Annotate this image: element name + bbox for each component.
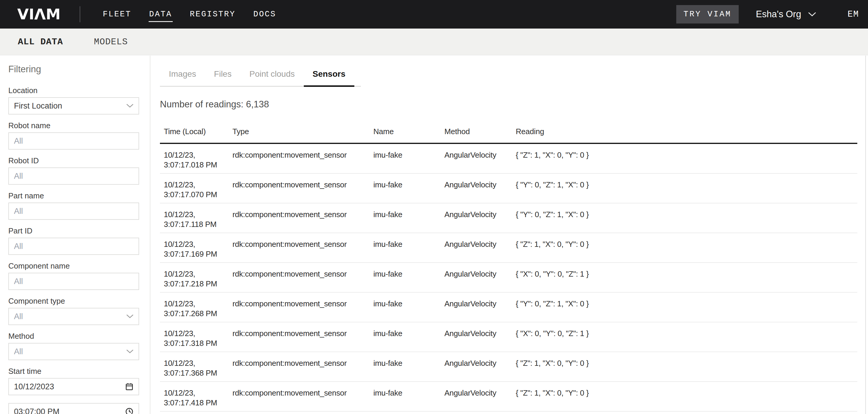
cell-method: AngularVelocity — [444, 210, 516, 229]
tab-point-clouds[interactable]: Point clouds — [241, 69, 304, 86]
viam-logo[interactable]: VIΛM — [17, 6, 61, 23]
cell-name: imu-fake — [373, 388, 444, 408]
filtering-sidebar: Filtering Location First Location Robot … — [0, 56, 150, 414]
scrollbar-track[interactable] — [865, 56, 866, 414]
component-type-select[interactable]: All — [8, 308, 139, 325]
part-name-label: Part name — [8, 191, 139, 200]
start-date-input[interactable]: 10/12/2023 — [8, 378, 139, 395]
org-name: Esha's Org — [756, 9, 801, 20]
cell-name: imu-fake — [373, 269, 444, 289]
topbar-right-group: TRY VIAM Esha's Org EM — [676, 5, 859, 24]
chevron-down-icon — [126, 104, 133, 108]
cell-type: rdk:component:movement_sensor — [232, 180, 373, 200]
robot-id-input[interactable] — [8, 168, 139, 185]
column-header-name: Name — [373, 127, 444, 136]
cell-name: imu-fake — [373, 150, 444, 170]
cell-method: AngularVelocity — [444, 180, 516, 200]
tab-files[interactable]: Files — [205, 69, 241, 86]
cell-reading: { "Y": 0, "Z": 1, "X": 0 } — [516, 210, 857, 229]
cell-type: rdk:component:movement_sensor — [232, 269, 373, 289]
nav-item-data[interactable]: DATA — [149, 7, 173, 22]
nav-item-registry[interactable]: REGISTRY — [189, 7, 236, 22]
cell-type: rdk:component:movement_sensor — [232, 150, 373, 170]
chevron-down-icon — [808, 12, 816, 17]
chevron-down-icon — [126, 314, 133, 319]
try-viam-button[interactable]: TRY VIAM — [676, 5, 739, 24]
table-row[interactable]: 10/12/23, 3:07:17.018 PM rdk:component:m… — [160, 144, 857, 174]
cell-method: AngularVelocity — [444, 388, 516, 408]
cell-type: rdk:component:movement_sensor — [232, 239, 373, 259]
cell-reading: { "X": 0, "Y": 0, "Z": 1 } — [516, 329, 857, 348]
nav-item-docs[interactable]: DOCS — [253, 7, 277, 22]
cell-name: imu-fake — [373, 299, 444, 319]
start-clock-input[interactable]: 03:07:00 PM — [8, 403, 139, 414]
method-select[interactable]: All — [8, 343, 139, 360]
cell-type: rdk:component:movement_sensor — [232, 210, 373, 229]
location-label: Location — [8, 86, 139, 95]
avatar[interactable]: EM — [847, 9, 859, 19]
cell-method: AngularVelocity — [444, 358, 516, 378]
cell-name: imu-fake — [373, 239, 444, 259]
robot-name-input[interactable] — [8, 132, 139, 150]
tab-models[interactable]: MODELS — [94, 37, 128, 47]
calendar-icon[interactable] — [125, 382, 133, 391]
component-name-input[interactable] — [8, 273, 139, 290]
location-select[interactable]: First Location — [8, 97, 139, 115]
table-row[interactable]: 10/12/23, 3:07:17.218 PM rdk:component:m… — [160, 263, 857, 293]
component-name-label: Component name — [8, 261, 139, 270]
cell-name: imu-fake — [373, 210, 444, 229]
table-row[interactable]: 10/12/23, 3:07:17.418 PM rdk:component:m… — [160, 382, 857, 412]
cell-type: rdk:component:movement_sensor — [232, 388, 373, 408]
cell-reading: { "Y": 0, "Z": 1, "X": 0 } — [516, 180, 857, 200]
component-type-value: All — [14, 312, 23, 321]
table-header-row: Time (Local) Type Name Method Reading — [160, 127, 857, 144]
cell-method: AngularVelocity — [444, 329, 516, 348]
filter-component-type: Component type All — [8, 297, 139, 325]
cell-type: rdk:component:movement_sensor — [232, 329, 373, 348]
chevron-down-icon — [126, 350, 133, 354]
tab-images[interactable]: Images — [160, 69, 205, 86]
clock-icon[interactable] — [125, 408, 133, 414]
table-row[interactable]: 10/12/23, 3:07:17.169 PM rdk:component:m… — [160, 233, 857, 263]
table-row[interactable]: 10/12/23, 3:07:17.318 PM rdk:component:m… — [160, 322, 857, 352]
org-switcher[interactable]: Esha's Org — [756, 9, 816, 20]
table-row[interactable]: 10/12/23, 3:07:17.070 PM rdk:component:m… — [160, 174, 857, 203]
cell-time: 10/12/23, 3:07:17.218 PM — [160, 269, 232, 289]
cell-time: 10/12/23, 3:07:17.418 PM — [160, 388, 232, 408]
start-time-label: Start time — [8, 367, 139, 376]
robot-id-label: Robot ID — [8, 156, 139, 165]
part-id-input[interactable] — [8, 238, 139, 255]
robot-name-label: Robot name — [8, 121, 139, 130]
part-id-label: Part ID — [8, 226, 139, 235]
filter-method: Method All — [8, 332, 139, 360]
tab-sensors[interactable]: Sensors — [304, 69, 354, 86]
table-row[interactable]: 10/12/23, 3:07:17.268 PM rdk:component:m… — [160, 293, 857, 322]
filter-robot-name: Robot name — [8, 121, 139, 150]
nav-item-fleet[interactable]: FLEET — [102, 7, 132, 22]
top-navigation-bar: VIΛM FLEET DATA REGISTRY DOCS TRY VIAM E… — [0, 0, 868, 29]
cell-name: imu-fake — [373, 180, 444, 200]
data-type-tabs: Images Files Point clouds Sensors — [160, 69, 361, 87]
filter-robot-id: Robot ID — [8, 156, 139, 185]
part-name-input[interactable] — [8, 203, 139, 220]
location-value: First Location — [14, 101, 62, 111]
cell-method: AngularVelocity — [444, 150, 516, 170]
sensor-table-body: 10/12/23, 3:07:17.018 PM rdk:component:m… — [160, 144, 857, 412]
cell-time: 10/12/23, 3:07:17.368 PM — [160, 358, 232, 378]
method-value: All — [14, 347, 23, 356]
table-row[interactable]: 10/12/23, 3:07:17.118 PM rdk:component:m… — [160, 203, 857, 233]
table-row[interactable]: 10/12/23, 3:07:17.368 PM rdk:component:m… — [160, 352, 857, 382]
tab-all-data[interactable]: ALL DATA — [18, 37, 63, 47]
cell-type: rdk:component:movement_sensor — [232, 299, 373, 319]
filter-start-time: Start time 10/12/2023 — [8, 367, 139, 395]
filter-component-name: Component name — [8, 261, 139, 290]
sensor-readings-table: Time (Local) Type Name Method Reading 10… — [160, 127, 857, 412]
cell-type: rdk:component:movement_sensor — [232, 358, 373, 378]
cell-reading: { "Z": 1, "X": 0, "Y": 0 } — [516, 358, 857, 378]
filter-part-name: Part name — [8, 191, 139, 220]
filtering-title: Filtering — [8, 64, 139, 75]
cell-method: AngularVelocity — [444, 299, 516, 319]
column-header-reading: Reading — [516, 127, 857, 136]
primary-nav: FLEET DATA REGISTRY DOCS — [102, 7, 293, 22]
cell-time: 10/12/23, 3:07:17.070 PM — [160, 180, 232, 200]
